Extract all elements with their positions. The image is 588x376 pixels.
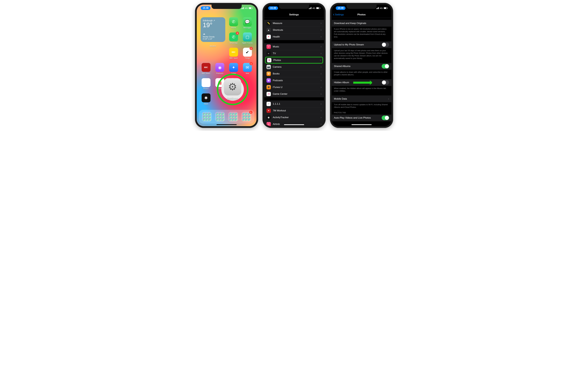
- dock: 1: [199, 110, 254, 124]
- weather-temp: 19°: [203, 22, 223, 28]
- app-phone[interactable]: ✆ Phone: [227, 17, 240, 29]
- row-shortcuts[interactable]: ▲ Shortcuts ›: [264, 27, 324, 33]
- books-icon: ▥: [266, 72, 271, 76]
- group-photostab: Auto-Play Videos and Live Photos: [332, 115, 391, 121]
- dock-folder-3[interactable]: [228, 112, 238, 122]
- music-icon: ♪: [266, 44, 271, 49]
- row-label: Health: [273, 35, 321, 38]
- settings-group-2: ♪ Music › tv TV › ✾ Photos › 📷 Camera: [264, 43, 324, 97]
- row-music[interactable]: ♪ Music ›: [264, 43, 324, 50]
- row-gamecenter[interactable]: ◔ Game Center ›: [264, 90, 324, 97]
- settings-screen: 15:49 4G Settings 📏 Measure › ▲ Shortcut…: [264, 5, 324, 126]
- weather-icon: ☁︎: [203, 32, 223, 35]
- home-indicator[interactable]: [352, 124, 372, 125]
- app-whatsapp[interactable]: 3 ✆ WhatsApp: [227, 33, 240, 44]
- row-label: Airbnb: [273, 123, 321, 126]
- row-download-originals[interactable]: Download and Keep Originals: [332, 20, 391, 27]
- app-safari[interactable]: ✦ Safari: [227, 63, 240, 75]
- phone-frame-1: 15:48 4G Edinburgh ↗ 19° ☁︎ Mostly Cloud…: [195, 3, 258, 128]
- row-photos[interactable]: ✾ Photos ›: [265, 57, 323, 64]
- dock-folder-4[interactable]: 1: [242, 112, 251, 122]
- row-shared-albums[interactable]: Shared Albums: [332, 63, 391, 70]
- row-activitytracker[interactable]: ◉ ActivityTracker ›: [264, 114, 324, 121]
- footer-download: If your iPhone is low on space, full-res…: [332, 27, 391, 38]
- toggle-upload[interactable]: [382, 42, 389, 47]
- row-label: Books: [273, 72, 321, 75]
- group-hidden: Hidden Album: [332, 79, 391, 86]
- camera-icon: 📷: [266, 65, 271, 69]
- photos-icon: ✾: [267, 58, 271, 62]
- network-label: 4G: [245, 7, 248, 9]
- app-mail[interactable]: 1 ✉ Mail: [241, 63, 253, 75]
- settings-list[interactable]: 📏 Measure › ▲ Shortcuts › ♥ Health › ♪: [264, 18, 324, 126]
- nav-title: Photos: [357, 13, 366, 16]
- badge: 1: [249, 111, 252, 114]
- app-bbcsport[interactable]: BBC BBC Sport: [227, 48, 240, 59]
- row-tv[interactable]: tv TV ›: [264, 50, 324, 57]
- phone-frame-2: 15:49 4G Settings 📏 Measure › ▲ Shortcut…: [262, 3, 326, 128]
- weather-cond: Mostly Cloudy: [203, 36, 223, 38]
- toggle-shared[interactable]: [382, 64, 389, 68]
- dock-folder-2[interactable]: [215, 112, 225, 122]
- app-label: Phone: [231, 27, 236, 29]
- app-appleframes[interactable]: ▢ Apple Frames: [241, 33, 253, 44]
- home-indicator[interactable]: [284, 124, 304, 125]
- row-autoplay[interactable]: Auto-Play Videos and Live Photos: [332, 115, 391, 121]
- settings-icon[interactable]: ⚙: [224, 78, 241, 95]
- bbcnews-icon: BBC: [202, 63, 210, 72]
- 7m-icon: ✦: [266, 109, 271, 113]
- row-airbnb[interactable]: ◬ Airbnb ›: [264, 121, 324, 126]
- row-label: 1.1.1.1: [273, 102, 321, 105]
- itunesu-icon: 🎓: [266, 85, 271, 89]
- podcasts-icon: ◉: [266, 78, 271, 83]
- row-1111[interactable]: 1⁴ 1.1.1.1 ›: [264, 100, 324, 107]
- home-indicator[interactable]: [217, 124, 237, 125]
- row-7m[interactable]: ✦ 7M Workout ›: [264, 107, 324, 114]
- row-podcasts[interactable]: ◉ Podcasts ›: [264, 77, 324, 84]
- status-time[interactable]: 15:49: [336, 6, 346, 10]
- app-things[interactable]: 2 ✔ Things: [241, 48, 253, 59]
- tv-icon: tv: [266, 51, 271, 56]
- cellular-bars-icon: [376, 7, 379, 9]
- row-label: ActivityTracker: [273, 116, 321, 119]
- row-camera[interactable]: 📷 Camera ›: [264, 64, 324, 70]
- back-button[interactable]: Settings: [333, 13, 344, 16]
- row-health[interactable]: ♥ Health ›: [264, 33, 324, 40]
- row-label: Game Center: [273, 93, 321, 95]
- chevron-right-icon: ›: [388, 97, 389, 101]
- badge: 3: [236, 32, 239, 35]
- row-label: Auto-Play Videos and Live Photos: [334, 116, 382, 119]
- row-books[interactable]: ▥ Books ›: [264, 70, 324, 77]
- group-download: Download and Keep Originals: [332, 20, 391, 27]
- app-slack[interactable]: ✱ Slack: [200, 93, 212, 105]
- app-bbcnews[interactable]: BBC BBC News: [200, 63, 212, 75]
- photos-settings-list[interactable]: Download and Keep Originals If your iPho…: [332, 18, 391, 126]
- weather-widget[interactable]: Edinburgh ↗ 19° ☁︎ Mostly Cloudy H:19° L…: [200, 17, 225, 42]
- network-label: 4G: [312, 7, 315, 9]
- slack-icon: ✱: [202, 93, 210, 102]
- nav-title: Settings: [289, 13, 299, 16]
- cellular-bars-icon: [241, 7, 244, 9]
- chevron-right-icon: ›: [320, 52, 322, 55]
- status-time[interactable]: 15:48: [201, 6, 211, 10]
- row-label: Shortcuts: [273, 29, 321, 32]
- app-podcasts[interactable]: ◉ Podcasts: [214, 63, 226, 75]
- toggle-hidden[interactable]: [382, 80, 389, 85]
- dock-folder-1[interactable]: [202, 112, 212, 122]
- app-label: Photos: [203, 88, 209, 90]
- app-twitter[interactable]: 🐦 Twitter: [255, 48, 256, 59]
- app-messages[interactable]: 💬 Messages: [241, 17, 253, 29]
- row-label: TV: [273, 52, 321, 55]
- app-photos[interactable]: ✾ Photos: [200, 78, 212, 90]
- row-itunesu[interactable]: 🎓 iTunes U ›: [264, 84, 324, 90]
- row-mobile-data[interactable]: Mobile Data ›: [332, 95, 391, 102]
- toggle-autoplay[interactable]: [382, 116, 389, 120]
- status-time[interactable]: 15:49: [268, 6, 278, 10]
- chevron-right-icon: ›: [320, 109, 322, 112]
- row-measure[interactable]: 📏 Measure ›: [264, 20, 324, 27]
- app-label: BBC Sport: [230, 57, 238, 59]
- cellular-bars-icon: [309, 7, 311, 9]
- battery-icon: [384, 7, 388, 9]
- app-label: Things: [245, 57, 250, 59]
- row-upload-photostream[interactable]: Upload to My Photo Stream: [332, 41, 391, 48]
